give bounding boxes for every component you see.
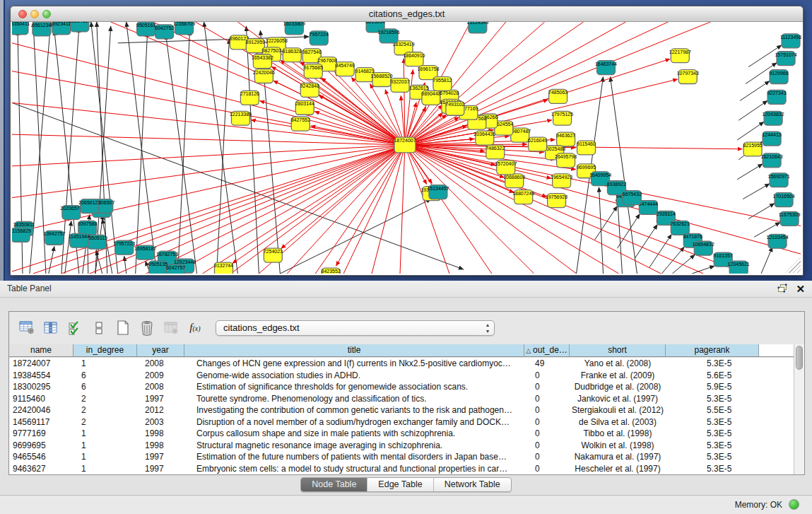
network-node[interactable]: 13942757 <box>43 230 65 245</box>
network-edge[interactable] <box>12 71 405 145</box>
column-header-name[interactable]: name <box>9 344 73 356</box>
network-edge[interactable] <box>175 145 405 274</box>
network-node[interactable]: 8923411 <box>52 22 71 35</box>
network-node[interactable]: 6042752 <box>155 25 174 39</box>
network-edge[interactable] <box>617 214 640 248</box>
network-node[interactable]: 12217987 <box>669 49 691 63</box>
column-header-pagerank[interactable]: pagerank <box>666 344 759 356</box>
network-node[interactable]: 9505135 <box>148 261 167 274</box>
network-node[interactable]: 12356709 <box>173 22 195 35</box>
network-node[interactable]: 18640910 <box>403 52 425 66</box>
network-node[interactable]: 10797343 <box>677 70 699 84</box>
network-node[interactable]: 11451944 <box>69 233 90 247</box>
table-row[interactable]: 969969511998Structural magnetic resonanc… <box>9 440 794 452</box>
network-node[interactable]: 2718126 <box>240 90 259 105</box>
network-node[interactable]: 12103454 <box>767 234 789 248</box>
network-node[interactable]: 9242848 <box>300 83 319 98</box>
column-header-in_degree[interactable]: in_degree <box>73 344 137 356</box>
network-node[interactable]: 7632621 <box>671 221 690 235</box>
network-node[interactable]: 12213389 <box>230 111 252 125</box>
network-node[interactable]: 9227343 <box>767 90 786 104</box>
network-node[interactable]: 6216049 <box>528 137 547 151</box>
network-node[interactable]: 9505161 <box>136 22 155 36</box>
network-edge[interactable] <box>12 145 405 166</box>
table-row[interactable]: 911546021997Tourette syndrome. Phenomeno… <box>9 393 794 405</box>
close-icon[interactable]: ✕ <box>796 284 805 295</box>
network-edge[interactable] <box>336 145 405 266</box>
network-node[interactable]: 16033809 <box>283 22 305 35</box>
network-edge[interactable] <box>649 234 671 268</box>
table-row[interactable]: 1830029562008Estimation of significance … <box>9 381 794 393</box>
network-node[interactable]: 18724007 <box>394 137 416 153</box>
network-node[interactable]: 12045621 <box>728 261 750 274</box>
table-chooser-select[interactable]: citations_edges.txt ▴▾ <box>216 320 495 336</box>
network-node[interactable]: 19756928 <box>546 194 567 208</box>
network-edge[interactable] <box>635 224 657 258</box>
network-edge[interactable] <box>737 122 764 140</box>
network-edge[interactable] <box>166 35 197 274</box>
table-row[interactable]: 1938455462009Genome-wide association stu… <box>9 370 794 382</box>
network-node[interactable]: 15688520 <box>371 73 393 87</box>
network-node[interactable]: 17975125 <box>551 111 573 125</box>
network-node[interactable]: 20364436 <box>473 131 495 145</box>
network-node[interactable]: 7254021 <box>264 248 283 262</box>
tab-node-table[interactable]: Node Table <box>301 478 367 491</box>
table-row[interactable]: 2242004622012Investigating the contribut… <box>9 404 794 416</box>
table-row[interactable]: 977716911998Corpus callosum shape and si… <box>9 428 794 440</box>
network-node[interactable]: 7485063 <box>548 89 567 103</box>
network-node[interactable]: 9132744 <box>214 262 233 274</box>
network-node[interactable]: 8215955 <box>743 142 763 156</box>
network-edge[interactable] <box>405 145 661 274</box>
network-node[interactable]: 7955812 <box>433 77 452 91</box>
network-node[interactable]: 11675309 <box>779 211 801 226</box>
change-table-mode-button[interactable] <box>15 317 39 339</box>
window-close-button[interactable] <box>18 10 27 18</box>
network-graph[interactable]: 1872400789601238912959122260589827503165… <box>12 22 801 274</box>
show-columns-button[interactable] <box>39 317 63 339</box>
network-node[interactable]: 9561234 <box>32 22 51 36</box>
network-node[interactable]: 6675432 <box>623 191 642 205</box>
network-edge[interactable] <box>610 77 637 274</box>
network-edge[interactable] <box>281 145 405 249</box>
network-edge[interactable] <box>743 184 770 199</box>
network-node[interactable]: 15134457 <box>427 185 449 199</box>
network-edge[interactable] <box>737 164 763 180</box>
network-node[interactable]: 1244413 <box>762 132 781 146</box>
network-node[interactable]: 20206576 <box>60 206 82 220</box>
unselect-all-columns-button[interactable] <box>87 317 111 339</box>
table-row[interactable]: 946362711997Embryonic stem cells: a mode… <box>9 463 794 475</box>
table-row[interactable]: 1872400712008Changes of HCN gene express… <box>9 358 794 370</box>
window-minimize-button[interactable] <box>30 10 39 18</box>
network-node[interactable]: 8186328 <box>283 48 302 62</box>
column-header-year[interactable]: year <box>137 344 184 356</box>
network-node[interactable]: 9474444 <box>639 201 658 215</box>
network-edge[interactable] <box>65 221 71 274</box>
function-builder-button[interactable]: f(x) <box>183 317 207 339</box>
network-edge[interactable] <box>739 100 767 120</box>
network-node[interactable]: 15692971 <box>768 173 790 187</box>
network-node[interactable]: 9129966 <box>769 70 788 84</box>
table-row[interactable]: 946554611997Estimation of the future num… <box>9 451 794 463</box>
network-edge[interactable] <box>400 145 405 274</box>
network-node[interactable]: 22420046 <box>253 69 275 83</box>
network-node[interactable]: 12093832 <box>763 111 784 125</box>
network-node[interactable]: 26495798 <box>555 153 577 168</box>
column-header-title[interactable]: title <box>184 344 524 356</box>
network-node[interactable]: 19218596 <box>378 29 400 43</box>
network-node[interactable]: 20650123 <box>78 199 100 214</box>
network-node[interactable]: 7486322 <box>486 145 505 159</box>
window-zoom-button[interactable] <box>42 10 51 18</box>
network-node[interactable]: 6042757 <box>166 264 185 274</box>
column-header-out_de[interactable]: △out_de… <box>524 344 570 356</box>
network-edge[interactable] <box>315 145 405 274</box>
network-node[interactable]: 10654832 <box>693 241 714 255</box>
network-node[interactable]: 8454749 <box>336 62 355 76</box>
network-edge[interactable] <box>216 39 229 274</box>
network-node[interactable]: 16463744 <box>595 61 617 75</box>
tab-edge-table[interactable]: Edge Table <box>367 478 433 491</box>
tab-network-table[interactable]: Network Table <box>433 478 511 491</box>
network-edge[interactable] <box>617 197 622 274</box>
network-edge[interactable] <box>761 247 772 274</box>
float-window-icon[interactable] <box>777 283 787 296</box>
delete-column-button[interactable] <box>135 317 159 339</box>
